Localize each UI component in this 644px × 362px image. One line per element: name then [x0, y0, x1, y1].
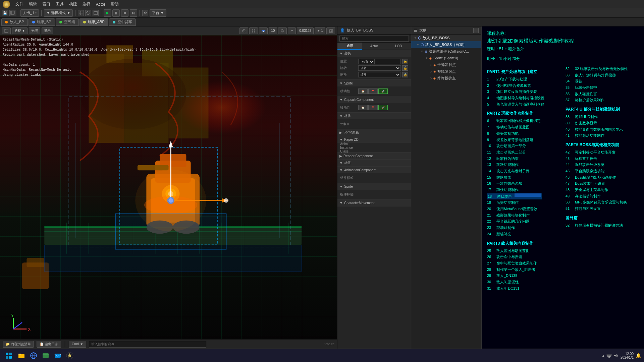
show-button[interactable]: 显示 [42, 27, 53, 34]
taskbar-explorer-icon[interactable] [40, 350, 51, 361]
properties-search-input[interactable] [339, 36, 409, 42]
tags-header[interactable]: ▼ 标签 [337, 160, 411, 166]
settings-icon[interactable]: ⚙ [142, 10, 148, 16]
scale-lock[interactable]: 🔒 [402, 72, 408, 77]
char-movement-header[interactable]: ▼ CharacterMovement [337, 199, 411, 206]
start-button[interactable] [3, 350, 15, 362]
perspective-button[interactable]: 透视 ▼ [12, 27, 28, 34]
properties-search[interactable] [337, 35, 411, 43]
rotate-icon[interactable] [85, 10, 91, 16]
taskbar-mail-icon[interactable] [52, 350, 63, 361]
component-item-0[interactable]: ▼ ⊕ 胶囊体组件 (CollisionC... [411, 48, 481, 55]
component-item-2[interactable]: ▷ ◈ 子弹发射点 [411, 61, 481, 68]
cap-movable-btn[interactable]: 🚀 [378, 105, 388, 110]
tab-diren-bp[interactable]: 故人_BP [1, 18, 28, 26]
menu-actor[interactable]: Actor [94, 1, 107, 7]
viewport-perspective-icon[interactable] [2, 27, 11, 34]
capsule-content: 移动性 🏠 📍 🚀 [337, 103, 411, 112]
tab-dot [113, 21, 115, 23]
component-item-4[interactable]: ▷ ◈ 炸弹投掷点 [411, 75, 481, 81]
save-level-button[interactable]: 关卡_1 • [20, 9, 39, 17]
tab-player-abp[interactable]: 玩家_ABP [79, 18, 108, 26]
course-item-1: 1 2D资产下载与处理 [487, 76, 560, 82]
viewport-canvas[interactable]: X Y RecastNavMesh-Default (Static) Agent… [0, 35, 337, 339]
grid-size[interactable]: 10 [269, 27, 277, 34]
cmd-dropdown[interactable]: Cmd ▼ [69, 341, 86, 348]
properties-tabs: 通用 Actor LOD [337, 43, 411, 50]
outline-options-icon[interactable]: ⋮ [473, 28, 479, 33]
notification-icon[interactable]: 🔔 [636, 353, 641, 358]
component-item-1[interactable]: ▼ ◈ Sprite (Sprite0) [411, 55, 481, 61]
menu-edit[interactable]: 编辑 [27, 1, 39, 8]
static-btn[interactable]: 🏠 [358, 88, 368, 94]
translate-icon[interactable] [78, 10, 84, 16]
mode-button[interactable]: ▼ 选择模式 ▼ [44, 9, 73, 17]
console-input[interactable] [89, 341, 206, 348]
taskbar-ue-icon[interactable] [64, 350, 75, 361]
component-item-3[interactable]: ▷ ◈ 视线发射点 [411, 68, 481, 75]
skip-button[interactable] [130, 9, 137, 17]
pause-button[interactable] [112, 9, 120, 17]
menu-build[interactable]: 构建 [67, 1, 79, 8]
menu-window[interactable]: 窗口 [40, 1, 52, 8]
menu-tools[interactable]: 工具 [54, 1, 66, 8]
course-item-43: 43 远程蓄力攻击 [566, 156, 639, 162]
scale-icon[interactable] [93, 10, 99, 16]
tab-general[interactable]: 通用 [337, 43, 362, 50]
actor-self-item[interactable]: ▼ ⬡ 故人_BP_BOSS（自我） [411, 41, 481, 48]
source-control-icon[interactable] [9, 10, 15, 16]
tab-air-wall[interactable]: 空气墙 [56, 18, 79, 26]
taskbar-folder-icon[interactable] [16, 350, 27, 361]
rotation-dropdown[interactable]: 旋转 [358, 65, 401, 71]
render-header[interactable]: ▶ Render Component [337, 153, 411, 159]
cap-static-btn[interactable]: 🏠 [358, 105, 368, 110]
rotate-snap[interactable]: ↻ [278, 27, 287, 34]
movable-btn[interactable]: 🚀 [378, 88, 388, 94]
network-icon[interactable] [606, 353, 612, 358]
course-item-13: 13 跳跃功能制作 [487, 162, 560, 168]
rotation-lock[interactable]: 🔒 [402, 65, 408, 71]
tab-actor[interactable]: Actor [362, 43, 386, 50]
play-button[interactable] [104, 9, 111, 17]
stop-button[interactable] [121, 9, 128, 17]
course-duration-2: 时长：15小时23分 [487, 56, 639, 62]
actor-root-item[interactable]: ▼ ⬡ 故人_BP_BOSS [411, 35, 481, 41]
capsule-header[interactable]: ▼ CapsuleComponent [337, 96, 411, 103]
content-browser-button[interactable]: 📁 内容浏览清单 [3, 341, 34, 348]
taskbar-browser-icon[interactable] [28, 350, 39, 361]
maximize-viewport[interactable] [326, 27, 335, 34]
up-arrow-icon[interactable]: ▲ [601, 354, 605, 358]
camera-speed[interactable]: 1 [315, 27, 325, 34]
sprite-color-header[interactable]: ▶ Sprite颜色 [337, 129, 411, 136]
platform-button[interactable]: 平台 ▼ [150, 9, 166, 17]
stationary-btn[interactable]: 📍 [368, 88, 378, 94]
position-lock[interactable]: 🔒 [402, 59, 408, 64]
anim-component-header[interactable]: ▼ AnimationComponent [337, 167, 411, 173]
menu-file[interactable]: 文件 [13, 1, 25, 8]
menu-select[interactable]: 选择 [80, 1, 93, 8]
course-item-20: 20 使用MetaSound设置音效 [487, 206, 560, 212]
menu-help[interactable]: 帮助 [109, 1, 121, 8]
scale-dropdown[interactable]: 缩放 [358, 72, 401, 77]
tab-player-bp[interactable]: 玩家_BP [29, 18, 55, 26]
main-content: 透视 ▼ 光照 显示 ▣ 10 [0, 26, 644, 349]
course-item-7: 7 移动功能与动画蓝图 [487, 124, 560, 130]
position-dropdown[interactable]: 位置 [360, 59, 375, 64]
sprite2-header[interactable]: ▼ Sprite [337, 183, 411, 190]
lighting-button[interactable]: 光照 [29, 27, 40, 34]
time-scale[interactable] [288, 27, 296, 34]
save-current-icon[interactable]: 💾 [2, 10, 8, 16]
materials-header[interactable]: ▼ 材质 [337, 113, 411, 119]
snap-icon[interactable] [239, 27, 248, 34]
sprite-header[interactable]: ▼ Sprite [337, 80, 411, 86]
time-dilation[interactable]: 0.03125 [297, 27, 314, 34]
grid-snap-icon[interactable]: ▣ [259, 27, 268, 34]
cap-stationary-btn[interactable]: 📍 [368, 105, 378, 110]
transform-snap[interactable] [249, 27, 258, 34]
volume-icon[interactable] [613, 353, 619, 358]
output-log-button[interactable]: 📋 输出日志 [37, 341, 61, 348]
tab-air-truck[interactable]: 空中货车 [109, 18, 136, 26]
tab-lod[interactable]: LOD [386, 43, 411, 50]
position-select[interactable]: 位置 [358, 59, 401, 64]
transform-header[interactable]: ▼ 变换 [337, 50, 411, 57]
